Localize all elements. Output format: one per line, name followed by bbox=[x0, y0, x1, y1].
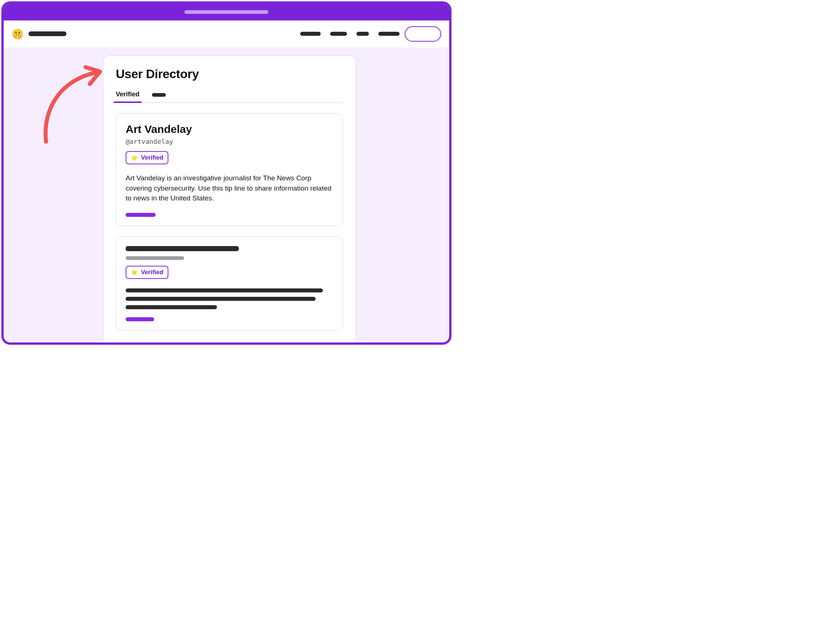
tab-bar: Verified bbox=[116, 90, 343, 103]
primary-cta-button[interactable] bbox=[404, 26, 441, 42]
verified-badge: ⭐ Verified bbox=[126, 266, 168, 279]
star-icon: ⭐ bbox=[131, 269, 138, 276]
user-name-placeholder bbox=[126, 246, 239, 251]
tab-secondary[interactable] bbox=[152, 93, 166, 97]
user-handle: @artvandelay bbox=[126, 138, 333, 145]
nav-links bbox=[300, 32, 399, 36]
top-nav: 🤫 bbox=[4, 20, 449, 48]
verified-badge-label: Verified bbox=[141, 154, 163, 161]
star-icon: ⭐ bbox=[131, 154, 138, 161]
tab-verified[interactable]: Verified bbox=[116, 90, 140, 103]
user-card: ⭐ Verified bbox=[116, 236, 343, 330]
brand-emoji-icon: 🤫 bbox=[12, 29, 23, 39]
user-card: Art Vandelay @artvandelay ⭐ Verified Art… bbox=[116, 113, 343, 226]
verified-badge: ⭐ Verified bbox=[126, 151, 168, 164]
directory-panel: User Directory Verified Art Vandelay @ar… bbox=[103, 56, 356, 342]
verified-badge-label: Verified bbox=[141, 269, 163, 276]
window-titlebar bbox=[4, 4, 449, 20]
user-action-link[interactable] bbox=[126, 317, 154, 321]
page-body: User Directory Verified Art Vandelay @ar… bbox=[4, 48, 449, 342]
user-action-link[interactable] bbox=[126, 213, 156, 217]
nav-link[interactable] bbox=[357, 32, 369, 36]
nav-link[interactable] bbox=[300, 32, 321, 36]
user-name: Art Vandelay bbox=[126, 123, 333, 135]
app-frame: 🤫 User Directory Verified Art Vandelay @… bbox=[2, 2, 451, 345]
nav-link[interactable] bbox=[330, 32, 347, 36]
brand-name-placeholder bbox=[28, 31, 66, 36]
window-drag-handle[interactable] bbox=[184, 10, 268, 14]
page-title: User Directory bbox=[116, 67, 343, 81]
nav-link[interactable] bbox=[378, 32, 399, 36]
user-handle-placeholder bbox=[126, 256, 184, 260]
callout-arrow-icon bbox=[39, 65, 112, 145]
user-bio: Art Vandelay is an investigative journal… bbox=[126, 173, 333, 203]
user-bio-placeholder bbox=[126, 288, 333, 309]
